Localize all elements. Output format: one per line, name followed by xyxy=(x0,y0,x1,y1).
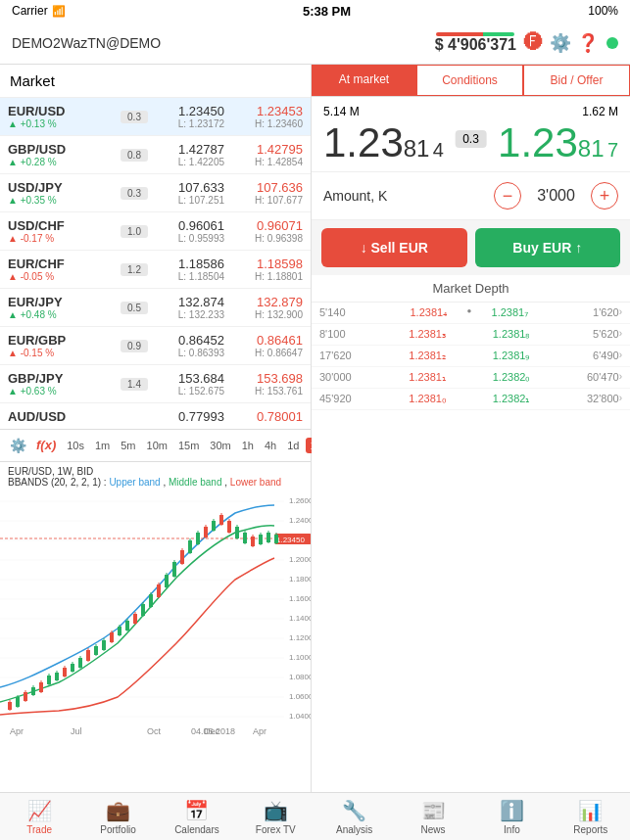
ask-price: 153.698 xyxy=(232,371,303,386)
svg-text:Apr: Apr xyxy=(10,726,24,736)
svg-text:1.26000: 1.26000 xyxy=(289,496,311,505)
market-row[interactable]: EUR/JPY ▲ +0.48 % 0.5 132.874 L: 132.233… xyxy=(0,289,311,327)
timeframe-btn-10s[interactable]: 10s xyxy=(62,438,89,453)
depth-arrow: › xyxy=(619,371,622,384)
market-row[interactable]: EUR/USD ▲ +0.13 % 0.3 1.23450 L: 1.23172… xyxy=(0,98,311,136)
prices-row: 1.23 81 4 0.3 1.23 81 7 xyxy=(323,122,618,163)
timeframe-btn-10m[interactable]: 10m xyxy=(142,438,172,453)
depth-arrow: › xyxy=(619,306,622,319)
depth-row: 5'140 1.2381₄ ● 1.2381₇ 1'620 › xyxy=(312,303,630,324)
ask-price: 0.96071 xyxy=(232,218,303,233)
market-row[interactable]: AUD/USD 0.77993 0.78001 xyxy=(0,403,311,429)
low-price: L: 1.23172 xyxy=(156,118,224,129)
high-price: H: 107.677 xyxy=(232,195,303,206)
increase-amount-button[interactable]: + xyxy=(591,182,618,210)
nav-item-portfolio[interactable]: 💼 Portfolio xyxy=(78,793,157,840)
tab-conditions[interactable]: Conditions xyxy=(416,65,523,96)
low-price: L: 1.18504 xyxy=(156,271,224,282)
market-row[interactable]: USD/JPY ▲ +0.35 % 0.3 107.633 L: 107.251… xyxy=(0,174,311,212)
timeframe-btn-15m[interactable]: 15m xyxy=(173,438,204,453)
pair-name: EUR/USD xyxy=(8,104,121,118)
function-icon[interactable]: f(x) xyxy=(32,436,60,454)
timeframe-btn-1d[interactable]: 1d xyxy=(282,438,304,453)
nav-label: News xyxy=(421,824,446,835)
nav-item-calendars[interactable]: 📅 Calendars xyxy=(158,793,236,840)
bands-info: BBANDS (20, 2, 2, 1) : Upper band , Midd… xyxy=(8,477,281,488)
high-price: H: 132.900 xyxy=(232,309,303,320)
decrease-amount-button[interactable]: − xyxy=(494,182,521,210)
nav-item-reports[interactable]: 📊 Reports xyxy=(552,793,630,840)
depth-right-vol: 1'620 xyxy=(546,306,618,319)
nav-item-trade[interactable]: 📈 Trade xyxy=(0,793,78,840)
price-labels-row: 5.14 M 1.62 M xyxy=(323,105,618,118)
ask-small-num: 81 xyxy=(578,135,605,162)
depth-row: 17'620 1.2381₂ 1.2381₉ 6'490 › xyxy=(312,346,630,367)
market-row[interactable]: GBP/JPY ▲ +0.63 % 1.4 153.684 L: 152.675… xyxy=(0,365,311,403)
settings-icon[interactable]: ⚙️ xyxy=(550,32,571,54)
help-icon[interactable]: ❓ xyxy=(577,32,599,54)
depth-bid: 1.2381₀ xyxy=(391,393,462,405)
sell-button[interactable]: ↓ Sell EUR xyxy=(321,228,467,267)
pair-change: ▲ +0.48 % xyxy=(8,309,121,320)
high-price: H: 0.86647 xyxy=(232,348,303,358)
account-name: DEMO2WazTN@DEMO xyxy=(12,35,161,51)
timeframe-btn-5m[interactable]: 5m xyxy=(116,438,140,453)
market-row[interactable]: EUR/GBP ▲ -0.15 % 0.9 0.86452 L: 0.86393… xyxy=(0,327,311,365)
ask-price: 1.23453 xyxy=(232,104,303,118)
timeframe-btn-1m[interactable]: 1m xyxy=(90,438,115,453)
ask-price: 0.78001 xyxy=(232,409,303,424)
nav-item-forex-tv[interactable]: 📺 Forex TV xyxy=(236,793,315,840)
pair-change: ▲ +0.28 % xyxy=(8,157,121,167)
pair-name: USD/CHF xyxy=(8,218,121,233)
depth-ask: 1.2381₉ xyxy=(475,350,547,362)
depth-row: 30'000 1.2381₁ 1.2382₀ 60'470 › xyxy=(312,367,630,389)
connection-indicator xyxy=(606,37,618,49)
market-row[interactable]: EUR/CHF ▲ -0.05 % 1.2 1.18586 L: 1.18504… xyxy=(0,251,311,289)
nav-item-info[interactable]: ℹ️ Info xyxy=(472,793,551,840)
bid-price: 132.874 xyxy=(156,295,224,309)
depth-left-vol: 30'000 xyxy=(319,371,391,384)
ask-big-num: 1.23 xyxy=(498,122,578,163)
price-display: 5.14 M 1.62 M 1.23 81 4 0.3 1.23 81 7 xyxy=(312,97,630,172)
nav-icon-trade: 📈 xyxy=(27,799,52,822)
market-row[interactable]: USD/CHF ▲ -0.17 % 1.0 0.96061 L: 0.95993… xyxy=(0,212,311,251)
svg-text:1.08000: 1.08000 xyxy=(289,673,311,681)
depth-ask: 1.2382₁ xyxy=(475,393,547,405)
spread-value: 0.8 xyxy=(121,149,148,162)
tab-at-market[interactable]: At market xyxy=(312,65,416,96)
low-price: L: 107.251 xyxy=(156,195,224,206)
nav-label: Analysis xyxy=(336,824,372,835)
settings-chart-icon[interactable]: ⚙️ xyxy=(6,436,30,455)
svg-text:1.04000: 1.04000 xyxy=(289,712,311,721)
wifi-icon: 📶 xyxy=(52,5,66,18)
amount-controls: − 3'000 + xyxy=(494,182,618,210)
buy-button[interactable]: Buy EUR ↑ xyxy=(475,228,621,267)
chart-info: EUR/USD, 1W, BID BBANDS (20, 2, 2, 1) : … xyxy=(0,462,311,491)
market-row[interactable]: GBP/USD ▲ +0.28 % 0.8 1.42787 L: 1.42205… xyxy=(0,136,311,174)
low-price: L: 152.675 xyxy=(156,386,224,397)
nav-item-news[interactable]: 📰 News xyxy=(394,793,472,840)
timeframe-btn-30m[interactable]: 30m xyxy=(205,438,235,453)
depth-bid: 1.2381₂ xyxy=(391,350,462,362)
tab-bid-offer[interactable]: Bid / Offer xyxy=(523,65,630,96)
market-panel: Market EUR/USD ▲ +0.13 % 0.3 1.23450 L: … xyxy=(0,65,312,792)
pair-name: EUR/GBP xyxy=(8,333,121,348)
depth-arrow: › xyxy=(619,393,622,405)
amount-value: 3'000 xyxy=(529,187,583,205)
pair-change: ▲ +0.35 % xyxy=(8,195,121,206)
bid-price: 1.23 81 4 xyxy=(323,122,444,163)
middle-band-label: Middle band xyxy=(169,477,221,488)
upper-band-label: Upper band xyxy=(109,477,160,488)
spread-value: 1.0 xyxy=(121,225,148,238)
nav-label: Info xyxy=(504,824,520,835)
nav-item-analysis[interactable]: 🔧 Analysis xyxy=(315,793,394,840)
bid-price: 107.633 xyxy=(156,180,224,195)
right-volume-label: 1.62 M xyxy=(582,105,618,118)
svg-text:1.24000: 1.24000 xyxy=(289,516,311,525)
battery-status: 100% xyxy=(588,4,618,18)
timeframe-btn-1h[interactable]: 1h xyxy=(237,438,259,453)
depth-right-vol: 6'490 xyxy=(547,350,618,362)
timeframe-btn-4h[interactable]: 4h xyxy=(260,438,281,453)
market-list: EUR/USD ▲ +0.13 % 0.3 1.23450 L: 1.23172… xyxy=(0,98,311,429)
spread-value: 0.3 xyxy=(121,187,148,200)
